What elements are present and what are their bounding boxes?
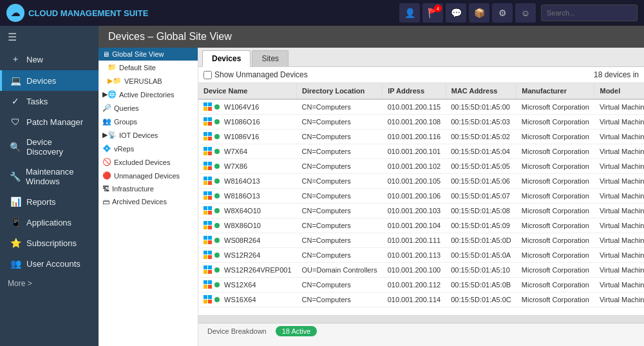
unmanaged-checkbox[interactable]: [204, 71, 212, 79]
search-input[interactable]: [541, 5, 638, 21]
tree-item-queries[interactable]: 🔎 Queries: [99, 101, 198, 115]
tree-item-iot-devices[interactable]: ▶📡 IOT Devices: [99, 128, 198, 142]
tree-item-default-site[interactable]: 📁 Default Site: [99, 61, 198, 74]
sidebar-label-patch: Patch Manager: [26, 117, 83, 127]
table-container: Device Name Directory Location IP Addres…: [198, 83, 644, 315]
tree-label-vreps: vReps: [114, 145, 134, 153]
table-row[interactable]: W7X64 CN=Computers 010.001.200.101 00:15…: [198, 144, 644, 159]
tree-label-global: Global Site View: [112, 50, 164, 58]
table-row[interactable]: W7X86 CN=Computers 010.001.200.102 00:15…: [198, 159, 644, 174]
sidebar-item-applications[interactable]: 📱 Applications: [0, 212, 99, 233]
sidebar-label-reports: Reports: [26, 197, 56, 207]
windows-icon: [204, 236, 213, 245]
hamburger-menu[interactable]: ☰: [0, 26, 99, 48]
sidebar-more[interactable]: More >: [0, 274, 99, 293]
tree-item-infrastructure[interactable]: 🏗 Infrastructure: [99, 182, 198, 195]
chat-icon-btn[interactable]: 💬: [446, 3, 466, 23]
sidebar-item-subscriptions[interactable]: ⭐ Subscriptions: [0, 233, 99, 253]
user-icon-btn[interactable]: 👤: [399, 3, 420, 23]
tree-item-groups[interactable]: 👥 Groups: [99, 115, 198, 128]
tree-label-unmanaged: Unmanaged Devices: [114, 172, 180, 180]
table-row[interactable]: W1086O16 CN=Computers 010.001.200.108 00…: [198, 115, 644, 130]
cell-mac: 00:15:5D:01:A5:08: [446, 204, 516, 218]
sidebar-item-tasks[interactable]: ✓ Tasks: [0, 91, 99, 111]
sidebar-item-reports[interactable]: 📊 Reports: [0, 191, 99, 212]
smiley-icon-btn[interactable]: ☺: [515, 3, 536, 23]
flag-badge: 4: [434, 5, 442, 12]
cell-mac: 00:15:5D:01:A5:03: [446, 115, 516, 130]
cell-manufacturer: Microsoft Corporation: [516, 174, 594, 189]
table-row[interactable]: W1064V16 CN=Computers 010.001.200.115 00…: [198, 99, 644, 115]
svg-rect-22: [204, 181, 207, 185]
sidebar-item-devices[interactable]: 💻 Devices: [0, 70, 99, 91]
cell-device-name: W8X86O10: [198, 218, 297, 233]
status-dot: [214, 282, 220, 287]
svg-rect-20: [204, 177, 207, 180]
table-row[interactable]: W8X86O10 CN=Computers 010.001.200.104 00…: [198, 218, 644, 233]
tree-item-global-site-view[interactable]: 🖥 Global Site View: [99, 48, 198, 61]
unmanaged-checkbox-label[interactable]: Show Unmanaged Devices: [204, 70, 308, 79]
tree-item-veruslab[interactable]: ▶📁 VERUSLAB: [99, 74, 198, 88]
svg-rect-39: [208, 240, 212, 244]
sidebar-label-new: New: [26, 55, 43, 64]
cell-manufacturer: Microsoft Corporation: [516, 130, 594, 144]
cell-mac: 00:15:5D:01:A5:00: [446, 99, 516, 115]
content-header: Devices – Global Site View: [99, 26, 644, 48]
active-badge: 18 Active: [276, 326, 317, 336]
flag-icon-btn[interactable]: 🚩4: [422, 3, 443, 23]
table-row[interactable]: WS12R264 CN=Computers 010.001.200.113 00…: [198, 248, 644, 263]
svg-rect-50: [204, 285, 207, 289]
cell-ip: 010.001.200.102: [383, 159, 446, 174]
col-directory: Directory Location: [297, 83, 383, 99]
tree-item-archived-devices[interactable]: 🗃 Archived Devices: [99, 195, 198, 208]
table-row[interactable]: WS12R264VREP001 OU=Domain Controllers 01…: [198, 263, 644, 278]
status-dot: [214, 164, 220, 169]
svg-rect-15: [208, 151, 212, 155]
box-icon-btn[interactable]: 📦: [469, 3, 489, 23]
sidebar-item-maintenance[interactable]: 🔧 Maintenance Windows: [0, 162, 99, 191]
cell-mac: 00:15:5D:01:A5:0B: [446, 278, 516, 293]
tree-item-vreps[interactable]: 💠 vReps: [99, 142, 198, 155]
table-row[interactable]: WS08R264 CN=Computers 010.001.200.111 00…: [198, 233, 644, 248]
windows-icon: [204, 162, 213, 171]
table-row[interactable]: WS16X64 CN=Computers 010.001.200.114 00:…: [198, 293, 644, 307]
table-row[interactable]: WS12X64 CN=Computers 010.001.200.112 00:…: [198, 278, 644, 293]
vreps-icon: 💠: [102, 144, 111, 153]
tab-sites[interactable]: Sites: [252, 50, 289, 66]
svg-rect-51: [208, 285, 212, 289]
sidebar-item-device-discovery[interactable]: 🔍 Device Discovery: [0, 132, 99, 162]
table-row[interactable]: W1086V16 CN=Computers 010.001.200.116 00…: [198, 130, 644, 144]
svg-rect-14: [204, 151, 207, 155]
svg-rect-43: [208, 255, 212, 259]
reports-icon: 📊: [10, 197, 21, 207]
discovery-icon: 🔍: [10, 142, 21, 152]
table-row[interactable]: W8164O13 CN=Computers 010.001.200.105 00…: [198, 174, 644, 189]
cell-ip: 010.001.200.116: [383, 130, 446, 144]
device-breakdown-tab[interactable]: Device Breakdown: [204, 326, 270, 336]
table-row[interactable]: W8X64O10 CN=Computers 010.001.200.103 00…: [198, 204, 644, 218]
windows-icon: [204, 102, 213, 111]
cell-device-name: W1086V16: [198, 130, 297, 144]
cell-manufacturer: Microsoft Corporation: [516, 159, 594, 174]
windows-icon: [204, 147, 213, 156]
sidebar-item-new[interactable]: ＋ New: [0, 48, 99, 70]
sidebar-item-user-accounts[interactable]: 👥 User Accounts: [0, 253, 99, 274]
cell-model: Virtual Machine: [594, 130, 644, 144]
windows-icon: [204, 265, 213, 274]
settings-icon-btn[interactable]: ⚙: [492, 3, 513, 23]
tree-item-active-directories[interactable]: ▶🌐 Active Directories: [99, 88, 198, 101]
cell-ip: 010.001.200.106: [383, 189, 446, 204]
devices-icon: 💻: [10, 75, 21, 86]
cell-model: Virtual Machine: [594, 263, 644, 278]
horizontal-scrollbar[interactable]: [198, 316, 644, 323]
svg-rect-23: [208, 181, 212, 185]
cell-directory: CN=Computers: [297, 204, 383, 218]
tab-devices[interactable]: Devices: [202, 50, 251, 67]
table-row[interactable]: W8186O13 CN=Computers 010.001.200.106 00…: [198, 189, 644, 204]
applications-icon: 📱: [10, 217, 21, 227]
cell-model: Virtual Machine: [594, 204, 644, 218]
tree-item-unmanaged-devices[interactable]: 🔴 Unmanaged Devices: [99, 169, 198, 182]
tree-item-excluded-devices[interactable]: 🚫 Excluded Devices: [99, 155, 198, 169]
sidebar-item-patch-manager[interactable]: 🛡 Patch Manager: [0, 111, 99, 132]
tree-label-veruslab: VERUSLAB: [124, 77, 162, 85]
